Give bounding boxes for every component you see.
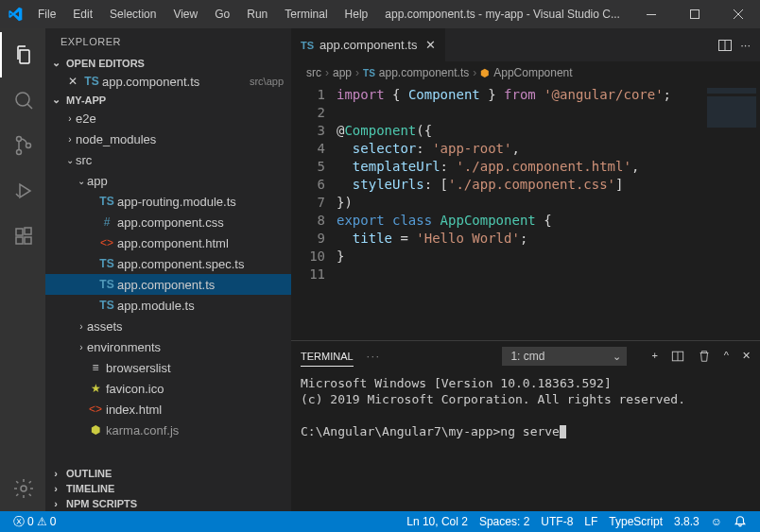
html-icon: <>	[98, 236, 115, 249]
tree-label: favicon.ico	[106, 382, 284, 396]
chevron-down-icon: ⌄	[64, 155, 76, 165]
favicon-icon: ★	[87, 382, 104, 395]
close-button[interactable]	[717, 0, 760, 28]
tree-label: app.module.ts	[117, 299, 284, 313]
code-content[interactable]: import { Component } from '@angular/core…	[337, 84, 707, 340]
activity-settings[interactable]	[0, 466, 45, 511]
tree-label: node_modules	[76, 132, 284, 146]
file-row[interactable]: ≡browserslist	[45, 357, 291, 378]
file-row[interactable]: ★favicon.ico	[45, 378, 291, 399]
menu-go[interactable]: Go	[207, 4, 237, 25]
menu-run[interactable]: Run	[239, 4, 275, 25]
js-icon: ⬢	[87, 423, 104, 437]
panel-tabs: TERMINAL ··· 1: cmd ⌄ + ^ ✕	[291, 341, 760, 371]
status-lncol[interactable]: Ln 10, Col 2	[401, 511, 474, 532]
file-row[interactable]: #app.component.css	[45, 212, 291, 232]
status-feedback-icon[interactable]: ☺	[705, 511, 728, 532]
folder-row[interactable]: ›environments	[45, 336, 291, 357]
tab-close-icon[interactable]: ✕	[423, 38, 438, 53]
menu-file[interactable]: File	[30, 4, 63, 25]
section-npm-scripts[interactable]: ›NPM SCRIPTS	[45, 496, 291, 511]
tree-label: e2e	[76, 112, 284, 126]
file-row[interactable]: TSapp-routing.module.ts	[45, 191, 291, 212]
maximize-button[interactable]	[673, 0, 717, 28]
menu-help[interactable]: Help	[337, 4, 376, 25]
status-spaces[interactable]: Spaces: 2	[474, 511, 535, 532]
folder-row[interactable]: ⌄app	[45, 170, 291, 191]
file-row[interactable]: TSapp.component.ts	[45, 274, 291, 295]
more-actions-icon[interactable]: ···	[740, 38, 751, 53]
breadcrumb-item[interactable]: src	[306, 66, 321, 79]
explorer-sidebar: EXPLORER ⌄OPEN EDITORS ✕ TS app.componen…	[45, 28, 291, 511]
section-timeline[interactable]: ›TIMELINE	[45, 481, 291, 496]
menu-view[interactable]: View	[165, 4, 205, 25]
terminal-select[interactable]: 1: cmd ⌄	[502, 347, 627, 366]
menu-terminal[interactable]: Terminal	[277, 4, 335, 25]
panel-tab-terminal[interactable]: TERMINAL	[301, 347, 354, 367]
svg-rect-8	[25, 237, 31, 244]
titlebar: File Edit Selection View Go Run Terminal…	[0, 0, 760, 28]
terminal-body[interactable]: Microsoft Windows [Version 10.0.18363.59…	[291, 371, 760, 511]
svg-point-5	[26, 144, 31, 148]
status-bell-icon[interactable]	[728, 511, 752, 532]
status-eol[interactable]: LF	[579, 511, 603, 532]
maximize-panel-icon[interactable]: ^	[724, 350, 729, 363]
window-controls	[630, 0, 760, 28]
minimize-button[interactable]	[630, 0, 673, 28]
folder-row[interactable]: ⌄src	[45, 149, 291, 170]
split-terminal-icon[interactable]	[671, 350, 684, 363]
tree-label: karma.conf.js	[106, 423, 284, 438]
tree-label: src	[76, 153, 284, 167]
activity-extensions[interactable]	[0, 214, 45, 259]
breadcrumb-item[interactable]: app	[333, 66, 352, 79]
svg-rect-7	[16, 237, 23, 244]
file-row[interactable]: TSapp.module.ts	[45, 295, 291, 316]
file-row[interactable]: TSapp.component.spec.ts	[45, 253, 291, 274]
tab-label: app.component.ts	[320, 38, 417, 52]
section-label: OUTLINE	[66, 468, 112, 479]
chevron-down-icon: ⌄	[49, 57, 62, 69]
file-row[interactable]: ⬢karma.conf.js	[45, 420, 291, 440]
sidebar-title: EXPLORER	[45, 28, 291, 55]
html-icon: <>	[87, 403, 104, 416]
section-workspace[interactable]: ⌄MY-APP	[45, 92, 291, 108]
chevron-right-icon: ›	[64, 113, 76, 124]
close-icon[interactable]: ✕	[64, 75, 81, 88]
status-lang[interactable]: TypeScript	[603, 511, 668, 532]
kill-terminal-icon[interactable]	[698, 350, 711, 363]
editor-body[interactable]: 1234567891011 import { Component } from …	[291, 84, 760, 340]
svg-rect-6	[16, 229, 23, 235]
activity-explorer[interactable]	[0, 32, 45, 77]
file-row[interactable]: <>index.html	[45, 399, 291, 420]
section-outline[interactable]: ›OUTLINE	[45, 466, 291, 481]
open-editor-item[interactable]: ✕ TS app.component.ts src\app	[45, 71, 291, 92]
svg-point-2	[16, 93, 29, 106]
menu-selection[interactable]: Selection	[102, 4, 164, 25]
menu-edit[interactable]: Edit	[65, 4, 100, 25]
new-terminal-icon[interactable]: +	[651, 350, 657, 363]
tree-label: app.component.spec.ts	[117, 257, 284, 271]
editor-tab[interactable]: TS app.component.ts ✕	[291, 28, 445, 61]
breadcrumb-item[interactable]: AppComponent	[493, 66, 572, 79]
panel-tab-more[interactable]: ···	[367, 347, 381, 366]
folder-row[interactable]: ›assets	[45, 316, 291, 336]
activity-search[interactable]	[0, 77, 45, 123]
css-icon: #	[98, 215, 115, 229]
status-errors[interactable]: ⓧ0⚠0	[8, 511, 61, 532]
close-panel-icon[interactable]: ✕	[742, 350, 751, 363]
status-tsver[interactable]: 3.8.3	[668, 511, 705, 532]
status-encoding[interactable]: UTF-8	[535, 511, 579, 532]
activity-debug[interactable]	[0, 168, 45, 214]
chevron-right-icon: ›	[64, 134, 76, 145]
breadcrumb-item[interactable]: app.component.ts	[379, 66, 469, 79]
folder-row[interactable]: ›node_modules	[45, 129, 291, 149]
section-open-editors[interactable]: ⌄OPEN EDITORS	[45, 55, 291, 71]
error-icon: ⓧ	[13, 514, 25, 530]
activity-scm[interactable]	[0, 123, 45, 168]
typescript-icon: TS	[363, 68, 375, 78]
split-editor-icon[interactable]	[717, 38, 733, 53]
file-row[interactable]: <>app.component.html	[45, 232, 291, 253]
breadcrumb[interactable]: src› app› TS app.component.ts› ⬢ AppComp…	[291, 61, 760, 84]
minimap[interactable]	[707, 84, 760, 340]
folder-row[interactable]: ›e2e	[45, 108, 291, 129]
